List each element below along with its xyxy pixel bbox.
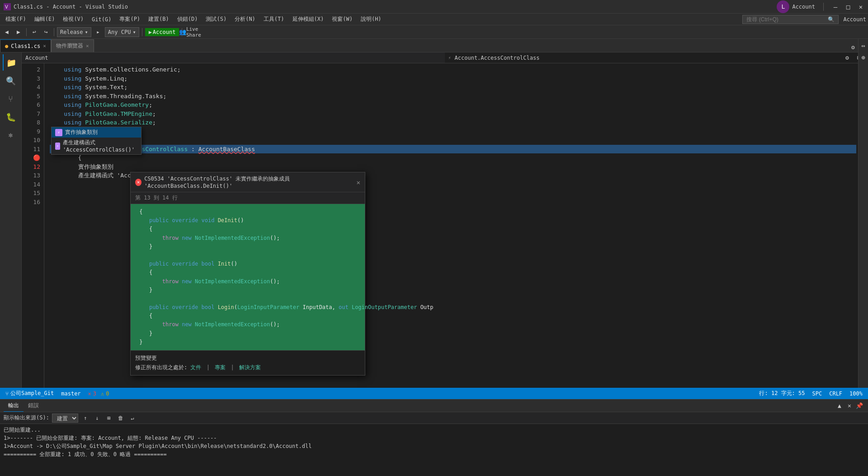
suggestion-item-1[interactable]: ⚡ 實作抽象類別 [52,127,141,138]
cursor-position-label: 行: 12 字元: 55 [759,390,805,397]
popup-close-button[interactable]: ✕ [357,179,360,186]
popup-preview: 預覽變更 修正所有出現之處於: 文件 | 專案 | 解決方案 [131,350,365,375]
suggestion-popup: ⚡ 實作抽象類別 ⚡ 產生建構函式 'AccessControlClass()' [51,127,142,155]
output-source-dropdown[interactable]: 建置 [52,414,78,423]
search-icon: 🔍 [828,16,835,23]
divider [823,3,824,11]
right-panel-icon-1[interactable]: ⇔ [859,41,868,51]
output-tab-errors[interactable]: 錯誤 [24,400,43,411]
menu-account-label: Account [843,16,866,23]
encoding-status[interactable]: SPC [811,390,824,397]
output-tab-output[interactable]: 輸出 [4,400,24,412]
line-numbers: 2 3 4 5 6 7 8 9 10 11 🔴 12 13 14 15 16 [22,63,44,388]
output-panel: 輸出 錯誤 ▲ ✕ 📌 顯示輸出來源(S): 建置 ↑ ↓ ⊞ 🗑 ↵ 已開始重… [0,399,868,476]
configuration-label: Release [60,29,83,35]
menu-extensions[interactable]: 延伸模組(X) [289,14,328,24]
zoom-status[interactable]: 100% [848,390,864,397]
error-status[interactable]: ✕ 3 ⚠ 0 [86,390,111,397]
user-avatar[interactable]: L [777,0,789,13]
fix-project-link[interactable]: 專案 [215,364,226,371]
output-line-1: 已開始重建... [4,426,864,434]
suggestion-item-2[interactable]: ⚡ 產生建構函式 'AccessControlClass()' [52,138,141,154]
sidebar-git[interactable]: ⑂ [3,90,19,107]
start-button[interactable]: ▶ Account [145,28,179,36]
tab-object-browser[interactable]: 物件瀏覽器 ✕ [51,39,94,52]
git-branch-status[interactable]: ⑂ 公司Sample_Git [4,390,56,397]
output-toolbar-btn-1[interactable]: ↑ [81,414,90,423]
breadcrumb-2: ⚡ Account.AccessControlClass ⚙ ⊞ [445,52,868,63]
search-input[interactable] [746,16,828,23]
right-panel-icon-2[interactable]: ⊕ [859,52,868,62]
code-action-popup: ✕ CS0534 'AccessControlClass' 未實作繼承的抽象成員… [130,172,365,376]
popup-preview-label: 預覽變更 [135,354,360,362]
git-master-status[interactable]: master [59,390,82,397]
menu-view[interactable]: 檢視(V) [59,14,87,24]
error-icon: ✕ [88,390,91,397]
title-bar-controls: L Account — □ ✕ [777,0,864,13]
menu-analyze[interactable]: 分析(N) [231,14,259,24]
menu-bar: 檔案(F) 編輯(E) 檢視(V) Git(G) 專案(P) 建置(B) 偵錯(… [0,14,868,25]
output-toolbar-btn-2[interactable]: ↓ [93,414,102,423]
chevron-down-icon: ▾ [85,29,88,35]
breadcrumb-row: Account ⚡ Account.AccessControlClass ⚙ ⊞ [22,52,868,63]
editor-area: 📁 🔍 ⑂ 🐛 ⎈ Account ⚡ Account.AccessContro… [0,52,868,388]
output-content: 已開始重建... 1>------- 已開始全部重建: 專案: Account,… [0,424,868,476]
status-bar: ⑂ 公司Sample_Git master ✕ 3 ⚠ 0 行: 12 字元: … [0,388,868,399]
forward-btn[interactable]: ▶ [14,27,24,37]
menu-debug[interactable]: 偵錯(D) [174,14,202,24]
menu-tools[interactable]: 工具(T) [260,14,288,24]
git-repo-label: 公司Sample_Git [10,390,54,397]
menu-project[interactable]: 專案(P) [116,14,144,24]
sidebar-search[interactable]: 🔍 [3,72,19,89]
tab-modified-icon: ● [5,43,8,49]
title-bar: V Class1.cs - Account - Visual Studio L … [0,0,868,14]
output-panel-close[interactable]: ✕ [844,401,854,411]
close-button[interactable]: ✕ [857,3,864,10]
menu-build[interactable]: 建置(B) [145,14,173,24]
output-line-4: ========== 全部重建: 1 成功、0 失敗、0 略過 ========… [4,450,864,458]
breadcrumb-symbol-icon: ⚡ [448,55,451,60]
breadcrumb-1: Account [22,52,445,63]
breadcrumb-class: Account.AccessControlClass [455,55,540,61]
redo-btn[interactable]: ↪ [41,27,51,37]
fix-solution-link[interactable]: 解決方案 [239,364,261,371]
back-btn[interactable]: ◀ [2,27,12,37]
breadcrumb-settings[interactable]: ⚙ [842,53,852,63]
output-panel-pin[interactable]: 📌 [854,401,864,411]
output-panel-up[interactable]: ▲ [835,401,844,411]
menu-edit[interactable]: 編輯(E) [31,14,59,24]
sidebar-extensions[interactable]: ⎈ [3,127,19,143]
output-toolbar-btn-3[interactable]: ⊞ [104,414,113,423]
suggestion-icon-2: ⚡ [55,143,60,150]
menu-test[interactable]: 測試(S) [202,14,230,24]
tab-class1[interactable]: ● Class1.cs ✕ [0,39,51,52]
popup-line-info: 第 13 到 14 行 [131,192,365,204]
toolbar-sep-3 [142,28,142,36]
sidebar-explorer[interactable]: 📁 [3,54,19,71]
sidebar-debug[interactable]: 🐛 [3,109,19,125]
menu-help[interactable]: 說明(H) [357,14,385,24]
line-ending-status[interactable]: CRLF [827,390,844,397]
output-toolbar-btn-wrap[interactable]: ↵ [128,414,137,423]
settings-icon[interactable]: ⚙ [848,42,858,52]
output-line-2: 1>------- 已開始全部重建: 專案: Account, 組態: Rele… [4,434,864,442]
fix-file-link[interactable]: 文件 [190,364,201,371]
tab-close-object-browser[interactable]: ✕ [86,43,89,49]
live-share-icon: 👥 [179,29,186,35]
undo-btn[interactable]: ↩ [29,27,39,37]
tab-close-class1[interactable]: ✕ [43,43,46,49]
maximize-button[interactable]: □ [844,3,852,10]
configuration-dropdown[interactable]: Release ▾ [57,27,91,37]
platform-dropdown[interactable]: Any CPU ▾ [105,27,139,37]
menu-git[interactable]: Git(G) [88,15,115,24]
live-share-btn[interactable]: 👥 Live Share [185,27,195,37]
divider-2: | [231,364,234,371]
warning-count: 0 [106,390,109,397]
output-toolbar-btn-clear[interactable]: 🗑 [116,414,125,423]
minimize-button[interactable]: — [832,3,839,10]
git-branch-label: master [61,390,80,397]
menu-file[interactable]: 檔案(F) [2,14,30,24]
cursor-position-status[interactable]: 行: 12 字元: 55 [757,390,807,397]
menu-window[interactable]: 視窗(W) [328,14,356,24]
git-icon: ⑂ [5,390,9,397]
